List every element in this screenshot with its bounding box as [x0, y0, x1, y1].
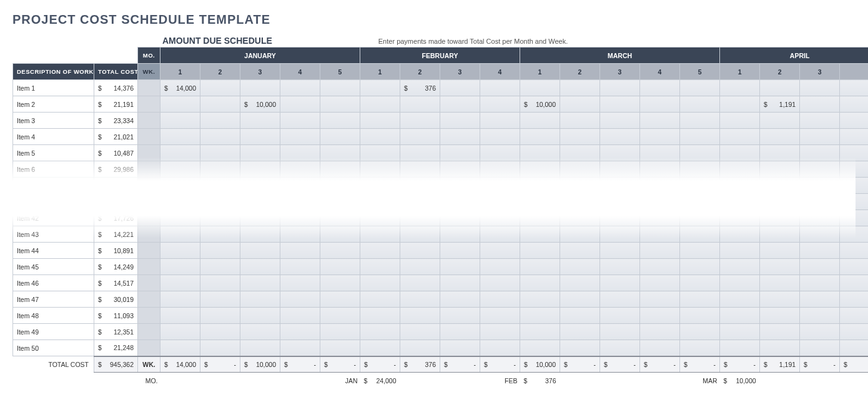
payment-cell[interactable] — [200, 80, 240, 96]
payment-cell[interactable] — [280, 129, 320, 145]
item-desc[interactable]: Item 49 — [13, 324, 94, 340]
payment-cell[interactable] — [520, 145, 560, 161]
payment-cell[interactable] — [360, 226, 400, 243]
payment-cell[interactable] — [400, 340, 440, 356]
payment-cell[interactable] — [480, 259, 520, 275]
payment-cell[interactable] — [840, 194, 868, 210]
payment-cell[interactable] — [240, 275, 280, 291]
payment-cell[interactable] — [680, 178, 720, 194]
payment-cell[interactable] — [680, 96, 720, 113]
payment-cell[interactable] — [840, 210, 868, 226]
payment-cell[interactable] — [840, 291, 868, 308]
payment-cell[interactable] — [600, 226, 640, 243]
payment-cell[interactable] — [360, 194, 400, 210]
payment-cell[interactable] — [480, 243, 520, 259]
payment-cell[interactable] — [160, 96, 200, 113]
payment-cell[interactable] — [480, 275, 520, 291]
payment-cell[interactable] — [760, 80, 800, 96]
payment-cell[interactable] — [240, 80, 280, 96]
payment-cell[interactable] — [720, 275, 760, 291]
payment-cell[interactable] — [320, 80, 360, 96]
item-total[interactable]: $21,248 — [94, 340, 138, 356]
payment-cell[interactable] — [760, 161, 800, 178]
payment-cell[interactable] — [600, 210, 640, 226]
payment-cell[interactable] — [600, 275, 640, 291]
payment-cell[interactable] — [440, 210, 480, 226]
payment-cell[interactable] — [280, 291, 320, 308]
payment-cell[interactable] — [720, 161, 760, 178]
payment-cell[interactable] — [200, 96, 240, 113]
payment-cell[interactable] — [560, 340, 600, 356]
payment-cell[interactable] — [240, 113, 280, 129]
payment-cell[interactable] — [640, 161, 680, 178]
payment-cell[interactable] — [480, 194, 520, 210]
payment-cell[interactable] — [160, 243, 200, 259]
payment-cell[interactable] — [720, 226, 760, 243]
payment-cell[interactable] — [320, 210, 360, 226]
payment-cell[interactable] — [400, 194, 440, 210]
payment-cell[interactable] — [520, 210, 560, 226]
item-desc[interactable]: Item 47 — [13, 291, 94, 308]
payment-cell[interactable] — [600, 80, 640, 96]
payment-cell[interactable] — [480, 80, 520, 96]
payment-cell[interactable]: $376 — [400, 80, 440, 96]
payment-cell[interactable] — [200, 210, 240, 226]
payment-cell[interactable] — [280, 275, 320, 291]
payment-cell[interactable] — [520, 178, 560, 194]
payment-cell[interactable] — [680, 161, 720, 178]
payment-cell[interactable] — [360, 308, 400, 324]
payment-cell[interactable] — [760, 129, 800, 145]
payment-cell[interactable] — [320, 226, 360, 243]
payment-cell[interactable] — [320, 161, 360, 178]
item-desc[interactable]: Item 43 — [13, 226, 94, 243]
payment-cell[interactable] — [200, 243, 240, 259]
payment-cell[interactable] — [160, 291, 200, 308]
payment-cell[interactable] — [440, 275, 480, 291]
item-total[interactable]: $21,191 — [94, 96, 138, 113]
payment-cell[interactable] — [800, 129, 840, 145]
payment-cell[interactable] — [600, 145, 640, 161]
payment-cell[interactable] — [440, 96, 480, 113]
payment-cell[interactable] — [160, 210, 200, 226]
item-total[interactable]: $14,221 — [94, 226, 138, 243]
payment-cell[interactable] — [680, 324, 720, 340]
payment-cell[interactable] — [800, 291, 840, 308]
payment-cell[interactable] — [440, 308, 480, 324]
payment-cell[interactable] — [720, 308, 760, 324]
payment-cell[interactable] — [200, 324, 240, 340]
payment-cell[interactable] — [680, 291, 720, 308]
payment-cell[interactable] — [400, 308, 440, 324]
payment-cell[interactable] — [440, 80, 480, 96]
item-total[interactable]: $20,324 — [94, 194, 138, 210]
item-desc[interactable]: Item 3 — [13, 113, 94, 129]
payment-cell[interactable] — [800, 324, 840, 340]
payment-cell[interactable] — [280, 243, 320, 259]
payment-cell[interactable] — [840, 340, 868, 356]
payment-cell[interactable] — [680, 259, 720, 275]
payment-cell[interactable] — [400, 275, 440, 291]
payment-cell[interactable] — [520, 226, 560, 243]
payment-cell[interactable] — [200, 259, 240, 275]
payment-cell[interactable] — [480, 210, 520, 226]
payment-cell[interactable] — [400, 161, 440, 178]
payment-cell[interactable] — [760, 194, 800, 210]
item-desc[interactable]: Item 48 — [13, 308, 94, 324]
payment-cell[interactable] — [160, 113, 200, 129]
payment-cell[interactable] — [280, 145, 320, 161]
payment-cell[interactable] — [480, 324, 520, 340]
payment-cell[interactable] — [280, 210, 320, 226]
payment-cell[interactable] — [800, 145, 840, 161]
payment-cell[interactable] — [240, 129, 280, 145]
payment-cell[interactable] — [720, 210, 760, 226]
payment-cell[interactable] — [640, 243, 680, 259]
payment-cell[interactable] — [560, 129, 600, 145]
item-desc[interactable]: Item 7 — [13, 178, 94, 194]
item-desc[interactable]: Item 1 — [13, 80, 94, 96]
payment-cell[interactable] — [640, 210, 680, 226]
payment-cell[interactable] — [320, 291, 360, 308]
payment-cell[interactable] — [560, 259, 600, 275]
payment-cell[interactable] — [360, 259, 400, 275]
payment-cell[interactable] — [560, 161, 600, 178]
payment-cell[interactable] — [400, 243, 440, 259]
payment-cell[interactable] — [360, 324, 400, 340]
